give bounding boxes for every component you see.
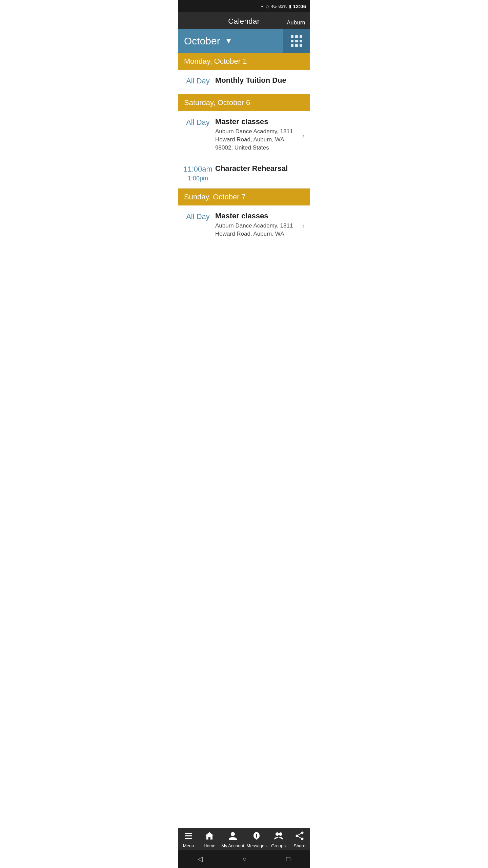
event-arrow-icon: › [302, 129, 305, 140]
svg-point-9 [301, 832, 303, 834]
app-title: Calendar [228, 17, 260, 25]
home-button[interactable]: ○ [242, 855, 246, 863]
month-name: October [184, 35, 220, 47]
grid-icon [288, 33, 305, 50]
system-nav-bar: ◁ ○ □ [178, 850, 310, 868]
event-content: Character Rehearsal [215, 164, 305, 174]
nav-messages[interactable]: Messages [247, 831, 267, 848]
event-content: Master classes Auburn Dance Academy, 181… [215, 212, 302, 238]
event-row[interactable]: All Day Master classes Auburn Dance Acad… [178, 205, 310, 241]
nav-share-label: Share [293, 843, 305, 848]
location-label: Auburn [287, 20, 305, 26]
nav-groups[interactable]: Groups [269, 831, 288, 848]
svg-point-4 [231, 832, 235, 836]
month-header[interactable]: October ▼ [178, 29, 310, 53]
svg-point-10 [296, 835, 298, 837]
event-row[interactable]: 11:00am 1:00pm Character Rehearsal [178, 158, 310, 189]
svg-point-8 [279, 832, 282, 836]
nav-home[interactable]: Home [200, 831, 219, 848]
battery-percent: 83% [279, 4, 287, 9]
nav-share[interactable]: Share [290, 831, 309, 848]
nav-home-label: Home [204, 843, 216, 848]
event-row[interactable]: All Day Master classes Auburn Dance Acad… [178, 111, 310, 158]
event-time: All Day [178, 117, 215, 127]
event-content: Master classes Auburn Dance Academy, 181… [215, 117, 302, 152]
calendar-content: Monday, October 1 All Day Monthly Tuitio… [178, 53, 310, 828]
grid-view-button[interactable] [283, 29, 310, 53]
event-time: 11:00am 1:00pm [178, 164, 215, 182]
month-selector[interactable]: October ▼ [178, 35, 283, 47]
svg-point-11 [301, 838, 303, 840]
nav-groups-label: Groups [271, 843, 286, 848]
nav-menu[interactable]: Menu [179, 831, 198, 848]
svg-rect-1 [185, 835, 192, 836]
wifi-icon: ◇ [266, 4, 269, 9]
svg-point-6 [256, 837, 257, 838]
messages-icon [252, 831, 261, 842]
event-time: All Day [178, 76, 215, 85]
event-row[interactable]: All Day Monthly Tuition Due [178, 70, 310, 94]
status-bar: ∗ ◇ 4G 83% ▮ 12:06 [178, 0, 310, 12]
status-icons: ∗ ◇ 4G 83% ▮ 12:06 [260, 3, 306, 9]
event-time: All Day [178, 212, 215, 221]
nav-messages-label: Messages [247, 843, 267, 848]
svg-line-13 [298, 836, 301, 838]
svg-rect-0 [185, 833, 192, 834]
nav-menu-label: Menu [183, 843, 194, 848]
svg-point-7 [276, 832, 279, 836]
nav-my-account[interactable]: My Account [221, 831, 244, 848]
nav-my-account-label: My Account [221, 843, 244, 848]
menu-icon [184, 831, 193, 842]
event-content: Monthly Tuition Due [215, 76, 305, 86]
signal-icon: 4G [271, 4, 277, 9]
svg-marker-3 [205, 832, 214, 840]
home-icon [205, 831, 214, 842]
back-button[interactable]: ◁ [198, 855, 203, 863]
recents-button[interactable]: □ [286, 855, 290, 863]
battery-icon: ▮ [289, 4, 291, 9]
my-account-icon [228, 831, 238, 842]
bluetooth-icon: ∗ [260, 4, 264, 9]
day-header-oct1: Monday, October 1 [178, 53, 310, 70]
groups-icon [274, 831, 283, 842]
day-header-oct6: Saturday, October 6 [178, 94, 310, 111]
event-arrow-icon: › [302, 219, 305, 231]
svg-line-12 [298, 833, 301, 835]
status-time: 12:06 [293, 3, 306, 9]
day-header-oct7: Sunday, October 7 [178, 189, 310, 205]
share-icon [295, 831, 304, 842]
chevron-down-icon[interactable]: ▼ [225, 37, 232, 45]
app-header: Calendar Auburn [178, 12, 310, 29]
svg-rect-2 [185, 838, 192, 839]
bottom-navigation: Menu Home My Account Messages [178, 828, 310, 850]
